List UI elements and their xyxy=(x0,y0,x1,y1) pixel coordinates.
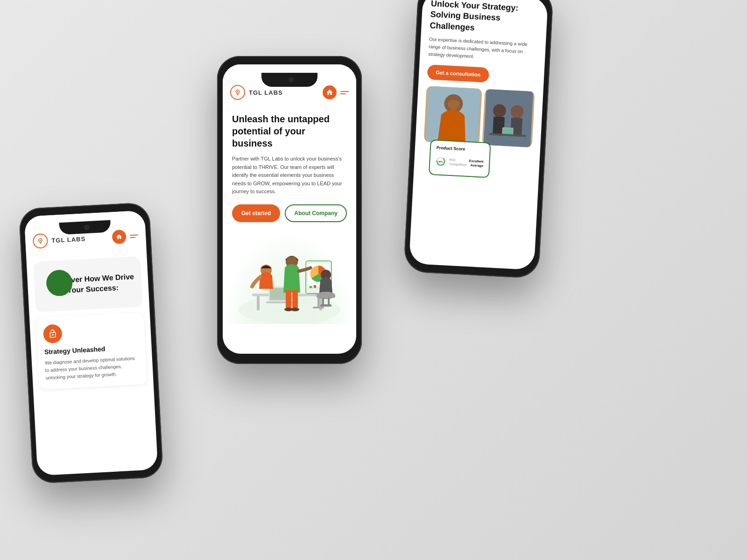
svg-rect-31 xyxy=(320,304,331,307)
strategy-desc: We diagnose and develop optimal solution… xyxy=(45,355,140,382)
svg-rect-22 xyxy=(286,290,291,308)
left-hamburger-line-2 xyxy=(130,237,135,238)
center-content: Unleash the untapped potential of your b… xyxy=(223,104,356,222)
center-logo-text: TGL LABS xyxy=(249,89,283,96)
center-hamburger-menu[interactable] xyxy=(340,91,349,94)
center-hamburger-line-2 xyxy=(340,93,346,94)
product-score-title: Product Score xyxy=(437,146,484,153)
unlock-icon xyxy=(48,329,57,339)
center-home-icon-btn[interactable] xyxy=(323,85,337,99)
center-logo-circle xyxy=(230,85,245,100)
svg-point-3 xyxy=(237,91,239,92)
product-score-card: Product Score 80% ROI Excellent xyxy=(429,140,491,178)
score-competition-row: Competition Average xyxy=(449,162,483,168)
photo-woman xyxy=(424,86,482,145)
cta-button-row: Get started About Company xyxy=(232,204,347,222)
people-illustration-svg xyxy=(229,238,350,324)
score-labels: ROI Excellent Competition Average xyxy=(449,158,483,168)
score-competition-val: Average xyxy=(471,163,484,167)
consultation-button[interactable]: Get a consultation xyxy=(427,64,489,83)
business-illustration xyxy=(223,231,356,324)
discover-heading-wrap: Discover How We Drive Your Success: xyxy=(40,266,136,302)
svg-rect-15 xyxy=(310,286,312,288)
left-content: Discover How We Drive Your Success: Stra… xyxy=(26,247,154,390)
svg-rect-28 xyxy=(317,295,335,298)
center-home-icon xyxy=(326,89,333,96)
discover-card: Discover How We Drive Your Success: xyxy=(33,256,143,312)
svg-rect-36 xyxy=(484,89,533,147)
right-phone: Unlock Your Strategy: Solving Business C… xyxy=(403,0,554,279)
right-content: Unlock Your Strategy: Solving Business C… xyxy=(413,0,548,185)
score-section: Product Score 80% ROI Excellent xyxy=(422,147,531,185)
svg-rect-16 xyxy=(314,285,316,288)
about-company-button[interactable]: About Company xyxy=(285,204,347,222)
score-donut-chart: 80% xyxy=(436,153,446,170)
center-logo-wrap: TGL LABS xyxy=(230,85,283,100)
right-page-title: Unlock Your Strategy: Solving Business C… xyxy=(430,0,539,37)
svg-text:80%: 80% xyxy=(438,161,443,163)
score-roi-val: Excellent xyxy=(469,159,484,163)
svg-point-1 xyxy=(40,239,41,241)
left-nav-icons xyxy=(112,229,138,244)
hero-description: Partner with TGL Labs to unlock your bus… xyxy=(232,155,347,196)
right-phone-screen: Unlock Your Strategy: Solving Business C… xyxy=(409,0,548,270)
score-roi-key: ROI xyxy=(450,158,456,162)
svg-rect-19 xyxy=(313,307,324,308)
center-nav-icons xyxy=(323,85,349,99)
svg-rect-6 xyxy=(257,296,260,310)
right-page-desc: Our expertise is dedicated to addressing… xyxy=(428,35,537,63)
center-phone-notch xyxy=(261,73,317,87)
left-phone: TGL LABS Discover How We Drive Yo xyxy=(19,202,163,484)
left-home-icon-btn[interactable] xyxy=(112,230,127,245)
svg-rect-42 xyxy=(503,128,513,134)
left-logo-circle xyxy=(33,233,49,249)
center-hamburger-line-1 xyxy=(340,91,349,92)
photo-team-svg xyxy=(482,89,535,147)
strategy-title: Strategy Unleashed xyxy=(44,343,139,356)
photo-team xyxy=(482,89,535,147)
svg-rect-30 xyxy=(328,298,330,305)
photos-row xyxy=(424,86,535,147)
left-hamburger-line-1 xyxy=(130,234,138,236)
left-notch-camera xyxy=(84,224,90,231)
svg-rect-29 xyxy=(322,298,324,305)
left-logo-icon xyxy=(36,237,45,245)
center-phone: TGL LABS Unleash the untapped potential … xyxy=(217,56,362,364)
svg-rect-23 xyxy=(292,290,298,308)
svg-point-25 xyxy=(291,308,299,311)
get-started-button[interactable]: Get started xyxy=(232,204,280,222)
left-phone-screen: TGL LABS Discover How We Drive Yo xyxy=(24,210,158,476)
strategy-icon-wrap xyxy=(43,324,63,343)
left-logo-text: TGL LABS xyxy=(51,235,85,244)
score-competition-key: Competition xyxy=(449,162,467,167)
photo-woman-svg xyxy=(424,86,482,145)
center-notch-camera xyxy=(289,77,294,83)
center-phone-screen: TGL LABS Unleash the untapped potential … xyxy=(223,64,356,354)
center-logo-icon xyxy=(233,88,242,97)
score-circle-wrap: 80% ROI Excellent Competition Average xyxy=(436,153,484,172)
strategy-card: Strategy Unleashed We diagnose and devel… xyxy=(36,312,147,390)
left-home-icon xyxy=(116,233,123,240)
hero-title: Unleash the untapped potential of your b… xyxy=(232,113,347,149)
left-hamburger-menu[interactable] xyxy=(130,234,138,238)
